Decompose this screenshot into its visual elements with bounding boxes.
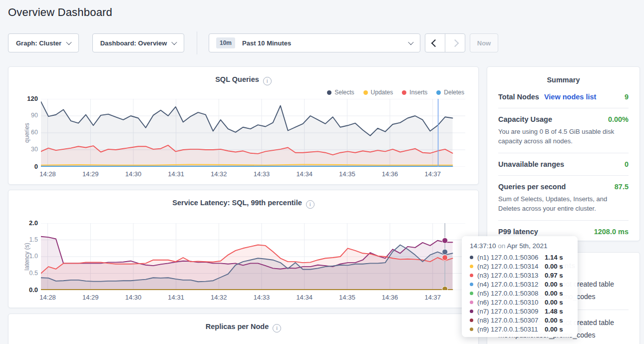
tooltip-node-value: 1.48 s <box>545 308 570 315</box>
tooltip-node-label: (n5) 127.0.0.1:50308 <box>477 290 545 297</box>
time-range-picker[interactable]: 10m Past 10 Minutes <box>209 33 420 52</box>
tooltip-row: (n5) 127.0.0.1:503080.00 s <box>470 289 570 298</box>
tooltip-node-label: (n1) 127.0.0.1:50306 <box>477 254 545 261</box>
x-axis-tick-label: 14:33 <box>247 170 277 178</box>
tooltip-row: (n3) 127.0.0.1:503130.97 s <box>470 271 570 280</box>
legend-label: Selects <box>334 89 354 96</box>
graph-dropdown[interactable]: Graph: Cluster <box>8 33 79 52</box>
sql-queries-plot[interactable] <box>41 99 465 167</box>
y-axis-tick-label: 1.0 <box>18 253 38 260</box>
now-button[interactable]: Now <box>470 33 498 52</box>
tooltip-rows: (n1) 127.0.0.1:503061.14 s(n2) 127.0.0.1… <box>470 253 570 334</box>
legend-item[interactable]: Updates <box>363 89 393 96</box>
unavailable-ranges-value: 0 <box>625 160 629 168</box>
tooltip-row: (n8) 127.0.0.1:503070.00 s <box>470 316 570 325</box>
unavailable-ranges-label: Unavailable ranges <box>498 160 564 168</box>
legend-dot-icon <box>363 90 368 95</box>
legend-dot-icon <box>402 90 406 95</box>
tooltip-row: (n7) 127.0.0.1:503091.48 s <box>470 307 570 316</box>
legend-item[interactable]: Inserts <box>402 89 427 96</box>
x-axis-tick-label: 14:36 <box>375 294 405 301</box>
qps-label: Queries per second <box>498 183 566 191</box>
view-nodes-list-link[interactable]: View nodes list <box>544 93 597 101</box>
chevron-left-icon <box>431 39 439 47</box>
time-range-badge: 10m <box>216 37 235 48</box>
time-range-label: Past 10 Minutes <box>242 39 291 47</box>
x-axis-tick-label: 14:28 <box>33 170 63 178</box>
tooltip-row: (n4) 127.0.0.1:503120.00 s <box>470 280 570 289</box>
summary-panel: Summary Total Nodes View nodes list 9 Ca… <box>487 66 640 241</box>
tooltip-node-value: 1.14 s <box>545 254 570 261</box>
capacity-label: Capacity Usage <box>498 115 552 123</box>
time-back-button[interactable] <box>425 34 445 52</box>
dashboard-dropdown-label: Dashboard: Overview <box>100 39 167 47</box>
x-axis-tick-label: 14:29 <box>75 170 105 178</box>
summary-row-total-nodes: Total Nodes View nodes list 9 <box>498 86 629 108</box>
total-nodes-label: Total Nodes <box>498 93 539 101</box>
capacity-description: You are using 0 B of 4.5 GiB usable disk… <box>498 127 629 146</box>
graph-dropdown-label: Graph: Cluster <box>16 39 61 47</box>
x-axis-tick-label: 14:37 <box>418 294 448 301</box>
summary-row-qps: Queries per second 87.5 Sum of Selects, … <box>498 175 629 220</box>
tooltip-row: (n6) 127.0.0.1:503100.00 s <box>470 298 570 307</box>
y-axis-tick-label: 0.5 <box>18 270 38 277</box>
time-forward-button[interactable] <box>445 34 465 52</box>
chart-legend: SelectsUpdatesInsertsDeletes <box>327 89 464 96</box>
series-dot-icon <box>470 310 473 313</box>
qps-description: Sum of Selects, Updates, Inserts, and De… <box>498 194 629 213</box>
summary-body: Total Nodes View nodes list 9 Capacity U… <box>487 86 640 243</box>
p99-latency-label: P99 latency <box>498 228 538 236</box>
x-axis-tick-label: 14:33 <box>247 294 277 301</box>
dashboard-dropdown[interactable]: Dashboard: Overview <box>92 33 184 52</box>
tooltip-node-label: (n9) 127.0.0.1:50311 <box>477 326 545 333</box>
summary-heading: Summary <box>487 67 640 86</box>
legend-dot-icon <box>327 90 331 95</box>
legend-item[interactable]: Deletes <box>436 89 464 96</box>
x-axis-tick-label: 14:32 <box>204 294 234 301</box>
x-axis-tick-label: 14:36 <box>375 170 405 178</box>
x-axis-tick-label: 14:32 <box>204 170 234 178</box>
x-axis-tick-label: 14:29 <box>75 294 105 301</box>
y-axis-tick-label: 0 <box>18 163 38 170</box>
tooltip-node-value: 0.00 s <box>545 281 570 288</box>
x-axis-tick-label: 14:30 <box>118 294 148 301</box>
tooltip-node-label: (n7) 127.0.0.1:50309 <box>477 308 545 315</box>
y-axis-tick-label: 90 <box>18 112 38 119</box>
legend-dot-icon <box>436 90 441 95</box>
info-icon[interactable] <box>306 200 315 209</box>
legend-item[interactable]: Selects <box>327 89 354 96</box>
time-nav-group <box>425 33 465 52</box>
chart-title: Replicas per Node <box>8 323 478 333</box>
chart-title-text: Service Latency: SQL, 99th percentile <box>172 199 302 207</box>
x-axis-tick-label: 14:35 <box>332 294 362 301</box>
x-axis-tick-label: 14:34 <box>290 294 320 301</box>
legend-label: Inserts <box>409 89 427 96</box>
tooltip-node-label: (n6) 127.0.0.1:50310 <box>477 299 545 306</box>
chart-title-text: Replicas per Node <box>206 323 269 331</box>
y-axis-tick-label: 0.0 <box>18 286 38 294</box>
series-dot-icon <box>470 256 473 259</box>
info-icon[interactable] <box>273 324 281 333</box>
summary-row-unavailable: Unavailable ranges 0 <box>498 153 629 175</box>
tooltip-row: (n9) 127.0.0.1:503110.00 s <box>470 325 570 334</box>
tooltip-node-value: 0.00 s <box>545 317 570 324</box>
chart-hover-tooltip: 14:37:10 on Apr 5th, 2021 (n1) 127.0.0.1… <box>462 236 578 337</box>
tooltip-node-label: (n2) 127.0.0.1:50314 <box>477 263 545 270</box>
tooltip-node-value: 0.00 s <box>545 290 570 297</box>
service-latency-plot[interactable] <box>41 223 465 290</box>
x-axis-tick-label: 14:31 <box>161 294 191 301</box>
y-axis-tick-label: 30 <box>18 146 38 153</box>
info-icon[interactable] <box>263 77 272 85</box>
tooltip-node-label: (n8) 127.0.0.1:50307 <box>477 317 545 324</box>
chart-title-text: SQL Queries <box>215 75 259 83</box>
y-axis-tick-label: 1.5 <box>18 236 38 243</box>
series-dot-icon <box>470 319 473 322</box>
tooltip-row: (n1) 127.0.0.1:503061.14 s <box>470 253 570 262</box>
x-axis-tick-label: 14:30 <box>118 170 148 178</box>
chevron-right-icon <box>451 39 459 47</box>
capacity-value: 0.00% <box>608 115 629 123</box>
series-dot-icon <box>470 274 473 277</box>
chevron-down-icon <box>66 39 71 45</box>
y-axis-tick-label: 120 <box>18 95 38 102</box>
y-axis-tick-label: 60 <box>18 129 38 136</box>
